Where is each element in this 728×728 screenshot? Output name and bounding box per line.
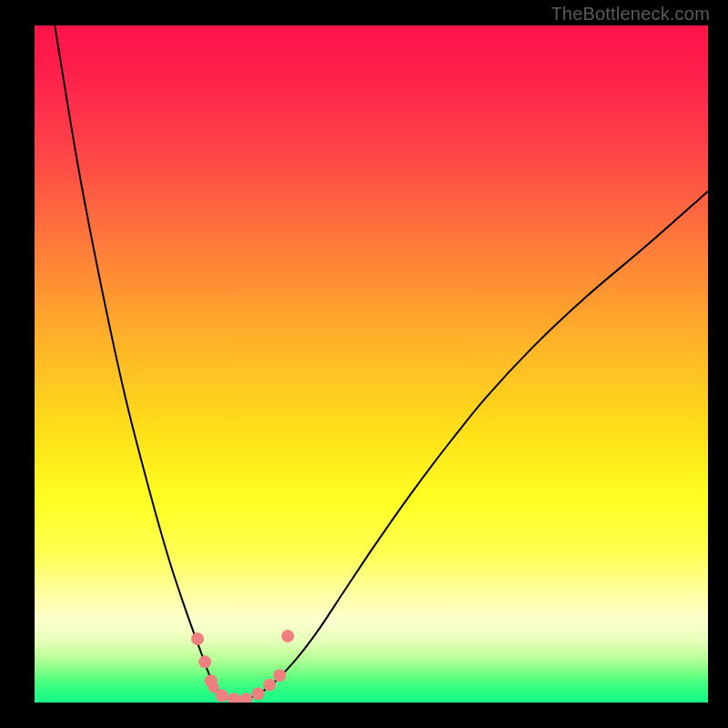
highlight-marker (198, 655, 211, 668)
highlight-marker (281, 630, 294, 642)
highlight-marker (191, 632, 204, 645)
plot-area (35, 25, 708, 703)
highlight-marker (273, 669, 286, 682)
highlight-marker (239, 693, 252, 703)
highlight-marker (263, 679, 276, 692)
highlight-marker (216, 690, 228, 703)
highlight-marker (228, 693, 240, 703)
chart-frame: TheBottleneck.com (0, 0, 728, 728)
chart-overlay (35, 25, 708, 703)
highlight-markers (191, 630, 294, 703)
watermark-text: TheBottleneck.com (551, 4, 710, 25)
highlight-marker (252, 687, 265, 700)
bottleneck-curve (55, 25, 708, 700)
